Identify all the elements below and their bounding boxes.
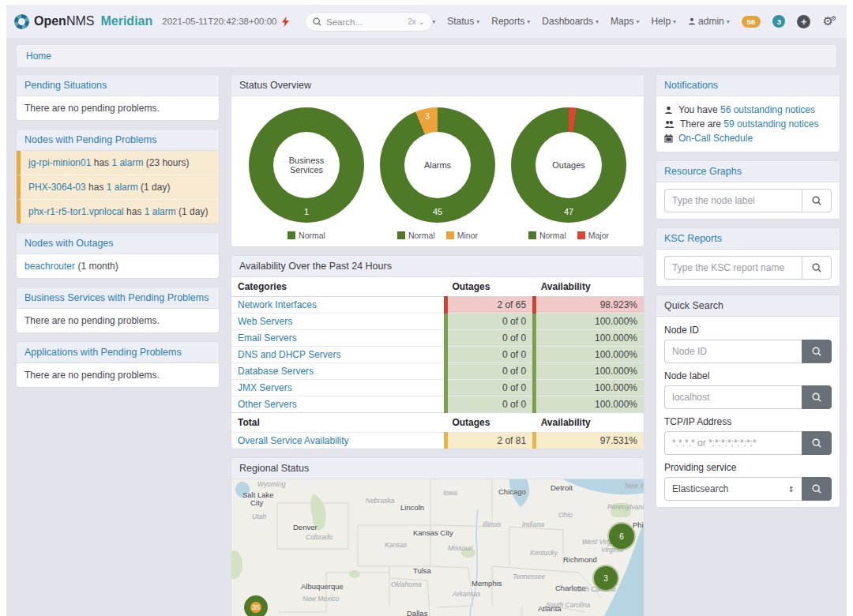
- nav-item-maps[interactable]: Maps▾: [611, 16, 639, 27]
- admin-gears-icon[interactable]: ⚙⚙: [822, 14, 839, 28]
- nodes-pending-title[interactable]: Nodes with Pending Problems: [24, 134, 156, 145]
- map-city-label: Richmond: [563, 555, 597, 564]
- node-link[interactable]: beachrouter: [24, 261, 75, 272]
- nav-item-dashboards[interactable]: Dashboards▾: [542, 16, 599, 27]
- search-icon: [812, 263, 821, 272]
- donut-chart[interactable]: Outages 47: [511, 107, 626, 223]
- list-item: beachrouter (1 month): [17, 254, 219, 278]
- nav-item-admin[interactable]: admin▾: [688, 16, 730, 27]
- map-city-label: Chicago: [498, 487, 526, 496]
- brand-product: Meridian: [100, 14, 152, 28]
- brand[interactable]: OpenNMS Meridian: [14, 14, 152, 29]
- donut-legend: Normal: [247, 231, 366, 240]
- nav-item-reports[interactable]: Reports▾: [491, 16, 530, 27]
- field-label: Providing service: [664, 462, 832, 473]
- category-link[interactable]: JMX Servers: [238, 382, 292, 393]
- resource-graphs-title[interactable]: Resource Graphs: [664, 166, 742, 177]
- ksc-reports-search-button[interactable]: [802, 256, 832, 280]
- legend-swatch: [397, 231, 405, 239]
- ksc-reports-title[interactable]: KSC Reports: [664, 233, 722, 244]
- status-overview-panel: Status Overview Business Services 1 Norm…: [231, 74, 644, 247]
- providing-service-select[interactable]: Elasticsearch ⇕: [664, 477, 802, 501]
- notices-link[interactable]: 59 outstanding notices: [723, 118, 818, 130]
- legend-swatch: [287, 231, 295, 239]
- list-item: PHX-3064-03 has 1 alarm (1 day): [17, 175, 219, 200]
- notices-badge[interactable]: 56: [742, 16, 761, 28]
- nodes-outages-panel: Nodes with Outages beachrouter (1 month): [16, 232, 220, 279]
- nav-item-status[interactable]: Status▾: [447, 16, 479, 27]
- node-label-search-button[interactable]: [802, 385, 832, 409]
- service-search-button[interactable]: [802, 477, 832, 501]
- donut-chart[interactable]: Business Services 1: [249, 107, 364, 223]
- category-link[interactable]: Network Interfaces: [238, 299, 317, 310]
- map-state-label: Kansas: [385, 541, 407, 549]
- map-marker[interactable]: 3: [594, 566, 618, 590]
- map-state-label: Illinois: [483, 520, 502, 528]
- applications-title[interactable]: Applications with Pending Problems: [24, 347, 182, 358]
- category-link[interactable]: Web Servers: [238, 316, 292, 327]
- notifications-panel: Notifications You have 56 outstanding no…: [656, 74, 840, 152]
- map-marker[interactable]: 6: [609, 524, 634, 549]
- nodes-outages-title[interactable]: Nodes with Outages: [24, 238, 114, 249]
- search-input[interactable]: [326, 17, 403, 27]
- node-link[interactable]: phx-r1-r5-tor1.vpnlocal: [28, 206, 124, 217]
- map-city-label: Denver: [293, 523, 318, 531]
- category-link[interactable]: Email Servers: [238, 332, 297, 344]
- navbar-timestamp: 2021-05-11T20:42:38+00:00: [162, 17, 289, 27]
- quick-add-button[interactable]: +: [797, 15, 810, 28]
- navbar-search[interactable]: 2x ⌄: [305, 12, 433, 32]
- nav-item-help[interactable]: Help▾: [651, 16, 676, 27]
- field-label: Node ID: [664, 325, 832, 336]
- category-link[interactable]: Other Servers: [238, 399, 297, 410]
- table-row: Network Interfaces 2 of 65 98.923%: [231, 297, 644, 314]
- outages-cell: 0 of 0: [445, 363, 534, 380]
- status-overview-title: Status Overview: [231, 75, 644, 96]
- legend-item: Normal: [287, 231, 325, 240]
- business-services-title[interactable]: Business Services with Pending Problems: [24, 292, 209, 303]
- alarm-link[interactable]: 1 alarm: [107, 182, 138, 193]
- node-link[interactable]: jg-rpi-minion01: [28, 157, 91, 168]
- map-marker[interactable]: 35: [244, 595, 268, 616]
- ip-address-search-button[interactable]: [802, 431, 832, 455]
- outages-donut: Outages 47 NormalMajor: [509, 107, 628, 240]
- navbar-menu: Search Info▾ Status▾ Reports▾ Dashboards…: [372, 14, 839, 28]
- node-link[interactable]: PHX-3064-03: [28, 182, 86, 193]
- donut-center-label: Alarms: [404, 132, 471, 198]
- outage-age: (1 month): [75, 261, 118, 272]
- map-city-label: Philad: [633, 520, 644, 529]
- map-city-label: City: [250, 498, 263, 507]
- category-link[interactable]: DNS and DHCP Servers: [238, 349, 341, 360]
- availability-title: Availability Over the Past 24 Hours: [231, 256, 644, 277]
- page: OpenNMS Meridian 2021-05-11T20:42:38+00:…: [6, 5, 847, 616]
- breadcrumb-home-link[interactable]: Home: [26, 51, 51, 62]
- category-link[interactable]: Overall Service Availability: [238, 435, 349, 446]
- resource-graphs-search-button[interactable]: [802, 189, 832, 212]
- search-icon: [313, 17, 321, 26]
- alarm-age: (1 day): [176, 206, 209, 217]
- ksc-reports-input[interactable]: [664, 256, 802, 280]
- alarm-link[interactable]: 1 alarm: [111, 157, 143, 168]
- list-item: There are 59 outstanding notices: [664, 117, 832, 131]
- node-id-input[interactable]: [664, 340, 802, 363]
- applications-empty: There are no pending problems.: [17, 363, 219, 387]
- column-header: Categories: [231, 277, 445, 297]
- oncall-schedule-link[interactable]: On-Call Schedule: [678, 133, 753, 144]
- status-overview-body: Business Services 1 Normal Alarms 45 3 N…: [231, 96, 644, 246]
- legend-item: Normal: [397, 231, 435, 240]
- node-label-input[interactable]: [664, 385, 802, 409]
- ip-address-input[interactable]: [664, 431, 802, 455]
- donut-value: 45: [380, 207, 495, 216]
- notices-link[interactable]: 56 outstanding notices: [720, 104, 815, 115]
- notifications-title[interactable]: Notifications: [664, 80, 718, 91]
- pending-situations-title[interactable]: Pending Situations: [24, 80, 107, 91]
- list-item: On-Call Schedule: [664, 131, 832, 145]
- map-state-label: Oklahoma: [391, 580, 422, 588]
- alarms-badge[interactable]: 3: [772, 15, 785, 28]
- center-column: Status Overview Business Services 1 Norm…: [231, 74, 644, 616]
- donut-chart[interactable]: Alarms 45 3: [380, 107, 495, 223]
- category-link[interactable]: Database Servers: [238, 366, 314, 377]
- resource-graphs-input[interactable]: [664, 189, 802, 212]
- node-id-search-button[interactable]: [802, 340, 832, 363]
- regional-map[interactable]: NormalWarningMinorMajorCritical Leaflet …: [231, 479, 644, 616]
- alarm-link[interactable]: 1 alarm: [145, 206, 176, 217]
